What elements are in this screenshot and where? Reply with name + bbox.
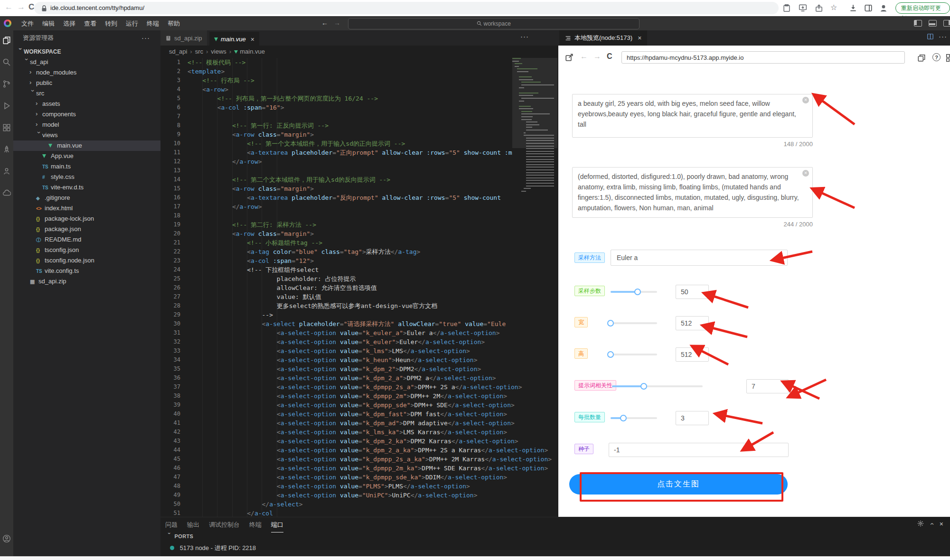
tree-item-vite.config.ts[interactable]: TSvite.config.ts	[13, 266, 160, 276]
tree-item-style.css[interactable]: #style.css	[13, 172, 160, 182]
restore-window-icon[interactable]	[917, 54, 926, 62]
command-center-search[interactable]: workspace	[348, 18, 640, 29]
menu-选择[interactable]: 选择	[59, 17, 80, 31]
panel-tab-端口[interactable]: 端口	[271, 518, 283, 532]
tree-item-.gitignore[interactable]: ◆.gitignore	[13, 193, 160, 203]
preview-forward-icon[interactable]: →	[593, 52, 601, 61]
preview-reload-icon[interactable]: C	[607, 52, 612, 61]
tree-item-vite-env.d.ts[interactable]: TSvite-env.d.ts	[13, 182, 160, 193]
files-icon[interactable]	[2, 36, 11, 45]
panel-tab-输出[interactable]: 输出	[187, 518, 199, 532]
port-row[interactable]: 5173 node - 进程 PID: 2218	[170, 544, 256, 552]
panel-tab-调试控制台[interactable]: 调试控制台	[209, 518, 240, 532]
tree-item-tsconfig.node.json[interactable]: {}tsconfig.node.json	[13, 255, 160, 266]
chevron-up-icon[interactable]: ›	[928, 523, 935, 525]
toggle-sidebar-icon[interactable]	[914, 20, 922, 27]
tree-item-README.md[interactable]: ⓘREADME.md	[13, 234, 160, 245]
cfg-input[interactable]	[746, 379, 789, 393]
nav-forward-icon[interactable]: →	[334, 19, 340, 27]
account-icon[interactable]	[2, 534, 11, 543]
height-slider[interactable]	[611, 351, 657, 358]
toggle-panel-icon[interactable]	[929, 20, 937, 27]
tree-item-index.html[interactable]: <>index.html	[13, 203, 160, 214]
tree-item-assets[interactable]: ›assets	[13, 99, 160, 109]
close-icon[interactable]: ×	[251, 36, 254, 43]
cloud-icon[interactable]	[2, 189, 11, 197]
star-icon[interactable]: ☆	[830, 3, 837, 12]
tree-item-package.json[interactable]: {}package.json	[13, 224, 160, 234]
preview-back-icon[interactable]: ←	[580, 52, 588, 61]
tree-item-main.ts[interactable]: TSmain.ts	[13, 161, 160, 172]
preview-more-actions-icon[interactable]: ···	[939, 32, 947, 40]
tree-item-tsconfig.json[interactable]: {}tsconfig.json	[13, 245, 160, 255]
run-debug-icon[interactable]	[2, 102, 11, 110]
minimap-slider[interactable]	[512, 58, 557, 148]
tab-main-vue[interactable]: main.vue ×	[209, 32, 260, 47]
preview-url-input[interactable]	[621, 51, 905, 64]
download-icon[interactable]	[849, 4, 857, 12]
menu-文件[interactable]: 文件	[17, 17, 38, 31]
tab-sd_api-zip[interactable]: sd_api.zip	[160, 30, 207, 46]
split-editor-icon[interactable]	[927, 33, 934, 40]
forward-icon[interactable]: →	[17, 2, 25, 12]
tree-item-model[interactable]: ›model	[13, 120, 160, 130]
share-icon[interactable]	[815, 4, 823, 12]
tree-item-App.vue[interactable]: App.vue	[13, 151, 160, 161]
back-icon[interactable]: ←	[5, 2, 13, 12]
tree-item-components[interactable]: ›components	[13, 109, 160, 120]
deploy-rocket-icon[interactable]	[2, 145, 11, 154]
explorer-more-actions-icon[interactable]: ···	[141, 30, 150, 46]
source-control-icon[interactable]	[2, 80, 11, 88]
tree-item-node_modules[interactable]: ›node_modules	[13, 67, 160, 78]
gear-icon[interactable]	[917, 520, 924, 527]
collaboration-icon[interactable]	[2, 167, 11, 176]
clipboard-icon[interactable]	[782, 4, 791, 12]
menu-转到[interactable]: 转到	[101, 17, 122, 31]
panel-tab-问题[interactable]: 问题	[165, 518, 178, 532]
install-icon[interactable]	[799, 4, 807, 12]
profile-icon[interactable]	[879, 4, 888, 12]
menu-查看[interactable]: 查看	[80, 17, 101, 31]
width-slider[interactable]	[611, 320, 657, 327]
help-icon[interactable]: ?	[932, 53, 941, 61]
qr-code-icon[interactable]	[946, 54, 950, 62]
tree-item-package-lock.json[interactable]: {}package-lock.json	[13, 214, 160, 224]
tree-item-src[interactable]: ›src	[13, 88, 160, 99]
tree-item-WORKSPACE[interactable]: ›WORKSPACE	[13, 47, 160, 57]
menu-终端[interactable]: 终端	[142, 17, 163, 31]
menu-帮助[interactable]: 帮助	[163, 17, 184, 31]
negative-prompt-textarea[interactable]: (deformed, distorted, disfigured:1.0), p…	[572, 167, 813, 218]
editor-more-actions-icon[interactable]: ···	[520, 32, 529, 40]
batch-slider[interactable]	[611, 415, 657, 421]
positive-prompt-textarea[interactable]: a beauty girl, 25 years old, with big ey…	[572, 94, 813, 138]
menu-编辑[interactable]: 编辑	[38, 17, 59, 31]
tree-item-sd_api[interactable]: ›sd_api	[13, 57, 160, 67]
nav-back-icon[interactable]: ←	[321, 19, 328, 27]
tree-item-public[interactable]: ›public	[13, 78, 160, 88]
clear-icon[interactable]: ×	[802, 170, 809, 177]
reload-icon[interactable]: C	[28, 2, 34, 12]
tree-item-sd_api.zip[interactable]: ▦sd_api.zip	[13, 276, 160, 287]
width-input[interactable]	[676, 316, 709, 330]
code-editor[interactable]: 1<!-- 模板代码 -->2<template>3 <!-- 行布局 -->4…	[160, 58, 558, 517]
tree-item-main.vue[interactable]: main.vue	[13, 140, 160, 151]
height-input[interactable]	[676, 347, 709, 362]
menu-运行[interactable]: 运行	[122, 17, 142, 31]
clear-icon[interactable]: ×	[802, 97, 809, 103]
seed-input[interactable]	[609, 443, 789, 457]
open-external-icon[interactable]	[565, 53, 574, 62]
browser-url[interactable]: ide.cloud.tencent.com/tty/hpdamu/	[50, 4, 144, 11]
minimap[interactable]	[512, 58, 557, 517]
close-icon[interactable]: ×	[940, 520, 943, 528]
tab-local-preview[interactable]: 本地预览(node:5173) ×	[559, 30, 647, 46]
url-bar[interactable]: ide.cloud.tencent.com/tty/hpdamu/	[34, 2, 779, 14]
steps-slider[interactable]	[611, 289, 657, 295]
sidebar-icon[interactable]	[864, 4, 873, 12]
close-icon[interactable]: ×	[638, 34, 641, 42]
steps-input[interactable]	[676, 285, 709, 299]
breadcrumb[interactable]: sd_api›src›views›main.vue	[160, 46, 558, 58]
extensions-icon[interactable]	[2, 123, 11, 132]
panel-tab-终端[interactable]: 终端	[249, 518, 262, 532]
cfg-slider[interactable]	[612, 383, 703, 390]
browser-update-button[interactable]: 重新启动即可更新	[895, 2, 950, 14]
